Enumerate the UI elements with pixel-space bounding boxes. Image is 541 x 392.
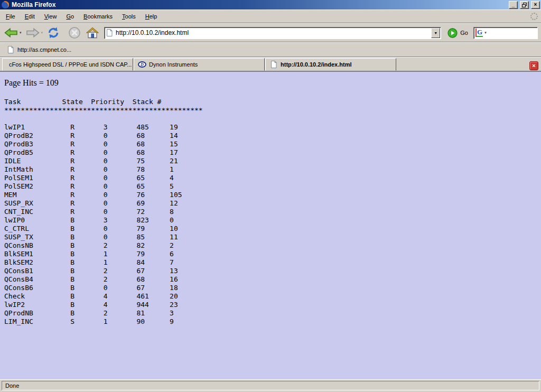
go-label: Go <box>460 30 468 36</box>
home-button[interactable] <box>85 26 100 40</box>
restore-button[interactable] <box>520 1 529 9</box>
home-icon <box>86 27 99 39</box>
search-input[interactable] <box>488 29 536 36</box>
tab-index-html[interactable]: http://10.0.10.2/index.html <box>265 58 396 71</box>
menu-edit[interactable]: Edit <box>20 11 40 22</box>
minimize-button[interactable]: _ <box>509 1 518 9</box>
search-box: G ▾ <box>473 27 538 39</box>
stop-button[interactable] <box>67 25 82 40</box>
back-icon <box>4 27 18 39</box>
tab-label: http://10.0.10.2/index.html <box>281 61 351 68</box>
url-dropdown-button[interactable]: ▼ <box>431 28 440 38</box>
menu-bar: File Edit View Go Bookmarks Tools Help <box>0 10 541 23</box>
tab-label: Dynon Instruments <box>149 61 198 68</box>
status-text: Done <box>5 382 19 389</box>
google-search-engine-icon[interactable]: G <box>475 29 483 37</box>
close-button[interactable]: × <box>531 1 540 9</box>
menu-tools[interactable]: Tools <box>117 11 141 22</box>
search-engine-dropdown[interactable]: ▾ <box>484 31 487 35</box>
svg-text:D: D <box>140 62 144 67</box>
back-dropdown[interactable]: ▾ <box>20 31 22 35</box>
page-icon <box>269 60 278 69</box>
bookmark-item[interactable]: http://as.cmpnet.co... <box>4 44 73 55</box>
tab-dynon[interactable]: D Dynon Instruments <box>134 58 265 71</box>
task-table: Task State Priority Stack # ************… <box>4 98 541 326</box>
status-field: Done <box>2 381 539 390</box>
page-hits-text: Page Hits = 109 <box>4 78 541 88</box>
reload-icon <box>47 26 60 39</box>
go-icon <box>447 28 458 38</box>
forward-dropdown[interactable]: ▾ <box>41 31 43 35</box>
url-input[interactable] <box>116 29 429 36</box>
dynon-site-icon: D <box>138 60 146 69</box>
url-bar: ▼ <box>104 27 441 39</box>
close-tab-button[interactable]: × <box>529 61 538 70</box>
bookmarks-toolbar: http://as.cmpnet.co... <box>0 42 541 57</box>
page-icon <box>105 29 114 37</box>
tab-cfos[interactable]: cFos Highspeed DSL / PPPoE und ISDN CAP.… <box>2 58 133 71</box>
menu-bookmarks[interactable]: Bookmarks <box>79 11 117 22</box>
forward-icon <box>26 27 40 39</box>
firefox-logo-icon <box>1 1 10 9</box>
window-title: Mozilla Firefox <box>12 0 507 10</box>
menu-view[interactable]: View <box>40 11 62 22</box>
page-content: Page Hits = 109 Task State Priority Stac… <box>0 72 541 379</box>
restore-icon <box>522 3 527 7</box>
menu-file[interactable]: File <box>1 11 20 22</box>
forward-button[interactable] <box>25 26 41 40</box>
page-icon <box>6 45 15 54</box>
status-bar: Done <box>0 379 541 392</box>
throbber-icon <box>530 13 538 20</box>
title-bar: Mozilla Firefox _ × <box>0 0 541 10</box>
tab-label: cFos Highspeed DSL / PPPoE und ISDN CAP.… <box>9 61 132 68</box>
navigation-toolbar: ▾ ▾ ▼ <box>0 23 541 42</box>
go-button[interactable]: Go <box>445 27 470 39</box>
reload-button[interactable] <box>46 25 61 40</box>
bookmark-label: http://as.cmpnet.co... <box>17 46 71 53</box>
tab-bar: cFos Highspeed DSL / PPPoE und ISDN CAP.… <box>0 57 541 72</box>
back-button[interactable] <box>3 26 19 40</box>
stop-icon <box>68 26 81 39</box>
menu-help[interactable]: Help <box>141 11 162 22</box>
menu-go[interactable]: Go <box>61 11 79 22</box>
